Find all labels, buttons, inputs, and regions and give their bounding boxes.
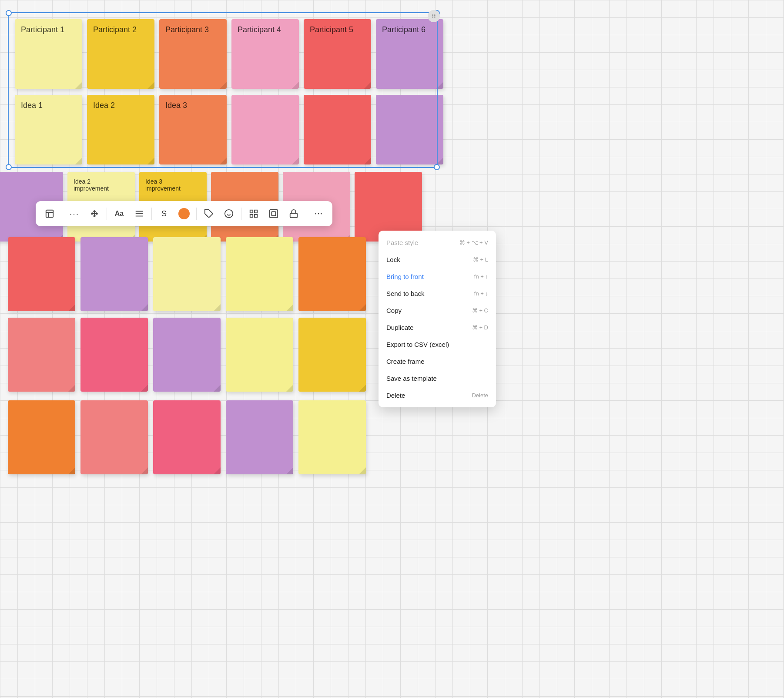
sticky-r6-5[interactable] [298, 400, 366, 474]
toolbar-divider-5 [241, 208, 241, 220]
menu-item-label: Send to back [386, 290, 425, 297]
menu-item-duplicate[interactable]: Duplicate ⌘ + D [379, 319, 496, 336]
toolbar-lock-button[interactable] [284, 204, 303, 223]
sticky-r4-4[interactable] [226, 237, 293, 311]
svg-point-22 [318, 213, 319, 215]
menu-item-label: Bring to front [386, 273, 424, 280]
menu-item-shortcut: fn + ↓ [474, 290, 488, 297]
menu-item-label: Save as template [386, 375, 437, 382]
toolbar-font-button[interactable]: Aa [110, 204, 129, 223]
svg-rect-14 [250, 210, 253, 213]
menu-item-create-frame[interactable]: Create frame [379, 353, 496, 370]
sticky-idea-5[interactable] [304, 95, 371, 164]
sticky-participant-5[interactable]: Participant 5 [304, 19, 371, 89]
sticky-r6-2[interactable] [80, 400, 148, 474]
svg-point-21 [315, 213, 316, 215]
toolbar-more-button[interactable]: ··· [65, 204, 84, 223]
context-menu: Paste style ⌘ + ⌥ + V Lock ⌘ + L Bring t… [379, 231, 496, 407]
sticky-participant-6[interactable]: Participant 6 [376, 19, 443, 89]
sticky-idea-4[interactable] [231, 95, 299, 164]
sticky-r6-4[interactable] [226, 400, 293, 474]
sticky-r4-2[interactable] [80, 237, 148, 311]
menu-item-shortcut: ⌘ + C [472, 307, 488, 314]
sticky-participant-2[interactable]: Participant 2 [87, 19, 154, 89]
color-indicator [178, 208, 190, 219]
menu-item-bring-to-front[interactable]: Bring to front fn + ↑ [379, 268, 496, 285]
sticky-idea-2[interactable]: Idea 2 [87, 95, 154, 164]
svg-rect-17 [255, 215, 257, 217]
sticky-r5-5[interactable] [298, 318, 366, 392]
toolbar-sticky-button[interactable] [40, 204, 59, 223]
menu-item-label: Paste style [386, 239, 418, 246]
sticky-participant-4[interactable]: Participant 4 [231, 19, 299, 89]
sticky-idea-1[interactable]: Idea 1 [15, 95, 82, 164]
menu-item-delete[interactable]: Delete Delete [379, 387, 496, 404]
sticky-idea-3[interactable]: Idea 3 [159, 95, 227, 164]
svg-rect-4 [46, 210, 54, 218]
menu-item-shortcut: ⌘ + D [472, 324, 488, 331]
sticky-r5-4[interactable] [226, 318, 293, 392]
menu-item-label: Copy [386, 307, 402, 314]
menu-item-shortcut: Delete [472, 392, 488, 399]
toolbar-color-button[interactable] [174, 204, 194, 223]
sticky-r5-3[interactable] [153, 318, 221, 392]
svg-rect-15 [255, 210, 257, 213]
menu-item-export-csv[interactable]: Export to CSV (excel) [379, 336, 496, 353]
menu-item-label: Delete [386, 392, 405, 399]
svg-rect-18 [270, 210, 278, 218]
toolbar-divider-6 [306, 208, 306, 220]
menu-item-send-to-back[interactable]: Send to back fn + ↓ [379, 285, 496, 302]
toolbar-divider-1 [62, 208, 62, 220]
toolbar-contain-button[interactable] [264, 204, 283, 223]
menu-item-paste-style[interactable]: Paste style ⌘ + ⌥ + V [379, 234, 496, 251]
sticky-r6-3[interactable] [153, 400, 221, 474]
menu-item-copy[interactable]: Copy ⌘ + C [379, 302, 496, 319]
svg-point-11 [225, 210, 233, 218]
toolbar-divider-4 [196, 208, 197, 220]
toolbar-move-button[interactable] [85, 204, 104, 223]
sticky-idea-6[interactable] [376, 95, 443, 164]
toolbar-divider-2 [107, 208, 107, 220]
sticky-r4-3[interactable] [153, 237, 221, 311]
menu-item-label: Lock [386, 256, 400, 263]
menu-item-label: Export to CSV (excel) [386, 341, 449, 348]
sticky-r6-1[interactable] [8, 400, 75, 474]
menu-item-lock[interactable]: Lock ⌘ + L [379, 251, 496, 268]
svg-point-23 [321, 213, 322, 215]
menu-item-label: Create frame [386, 358, 425, 365]
sticky-r4-5[interactable] [298, 237, 366, 311]
toolbar-emoji-button[interactable] [219, 204, 238, 223]
toolbar-strikethrough-button[interactable]: S [154, 204, 174, 223]
sticky-participant-1[interactable]: Participant 1 [15, 19, 82, 89]
menu-item-shortcut: ⌘ + ⌥ + V [459, 239, 488, 246]
menu-item-shortcut: ⌘ + L [473, 256, 488, 263]
menu-item-save-template[interactable]: Save as template [379, 370, 496, 387]
toolbar-align-button[interactable] [130, 204, 149, 223]
sticky-r4-1[interactable] [8, 237, 75, 311]
toolbar-frame-button[interactable] [244, 204, 263, 223]
svg-rect-20 [290, 213, 298, 218]
svg-rect-19 [271, 211, 275, 215]
menu-item-shortcut: fn + ↑ [474, 273, 488, 280]
menu-item-label: Duplicate [386, 324, 414, 331]
toolbar-tag-button[interactable] [199, 204, 218, 223]
sticky-r5-1[interactable] [8, 318, 75, 392]
svg-rect-16 [250, 215, 253, 217]
toolbar-more-options-button[interactable] [309, 204, 328, 223]
sticky-participant-3[interactable]: Participant 3 [159, 19, 227, 89]
toolbar-divider-3 [151, 208, 152, 220]
formatting-toolbar: ··· Aa S [36, 201, 332, 226]
sticky-r5-2[interactable] [80, 318, 148, 392]
